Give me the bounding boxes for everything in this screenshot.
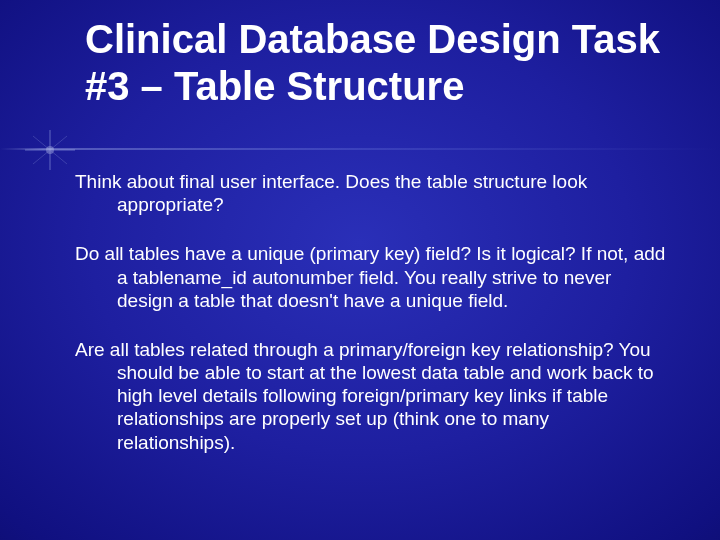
svg-line-2 — [33, 136, 67, 164]
slide-body: Think about final user interface. Does t… — [75, 170, 670, 480]
slide-title: Clinical Database Design Task #3 – Table… — [85, 16, 680, 110]
paragraph: Are all tables related through a primary… — [75, 338, 670, 454]
svg-line-3 — [33, 136, 67, 164]
svg-point-4 — [46, 146, 54, 154]
divider-line — [0, 148, 720, 150]
lens-flare-decoration — [15, 130, 85, 170]
paragraph: Think about final user interface. Does t… — [75, 170, 670, 216]
slide: Clinical Database Design Task #3 – Table… — [0, 0, 720, 540]
paragraph: Do all tables have a unique (primary key… — [75, 242, 670, 312]
